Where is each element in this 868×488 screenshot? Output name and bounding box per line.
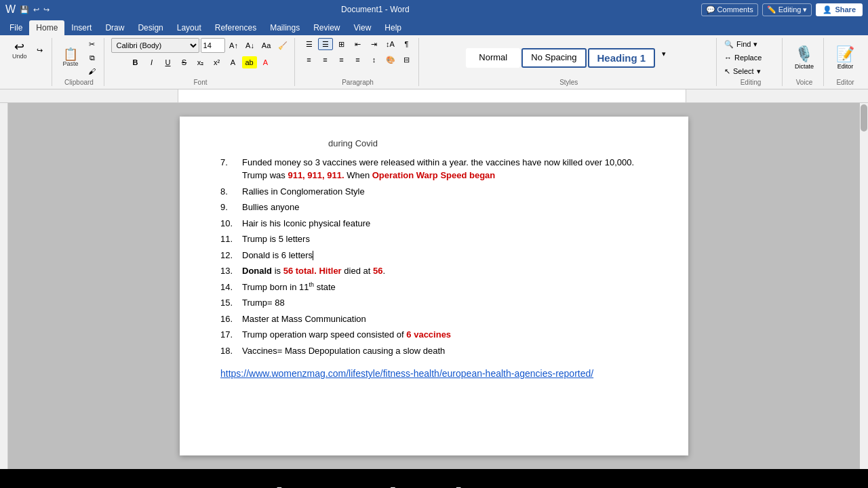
list-item: 16. Master at Mass Communication (220, 312, 648, 326)
font-size-input[interactable] (201, 38, 225, 53)
sort-button[interactable]: ↕A (383, 38, 398, 50)
bullets-button[interactable]: ☰ (302, 38, 317, 50)
microphone-icon: 🎙️ (795, 45, 813, 63)
editor-label: Editor (836, 79, 854, 86)
document-area: during Covid 7. Funded money so 3 vaccin… (0, 103, 868, 469)
tab-file[interactable]: File (3, 20, 29, 35)
tab-view[interactable]: View (347, 20, 378, 35)
ribbon-body: ↩ Undo ↪ 📋 Paste ✂ ⧉ 🖌 Clipboard (0, 35, 868, 89)
multilevel-list-button[interactable]: ⊞ (334, 38, 349, 50)
list-item: 15. Trump= 88 (220, 296, 648, 310)
chevron-down-icon: ▾ (803, 5, 807, 14)
undo-button[interactable]: ↩ Undo (8, 38, 31, 62)
list-item: 10. Hair is his Iconic physical feature (220, 217, 648, 230)
voice-group: 🎙️ Dictate Voice (785, 38, 824, 86)
replace-icon: ↔ (724, 54, 732, 62)
increase-indent-button[interactable]: ⇥ (367, 38, 382, 50)
list-item: 7. Funded money so 3 vaccines were relea… (220, 156, 648, 182)
tab-insert[interactable]: Insert (64, 20, 98, 35)
bottom-bar-text: www.thenumberdamus369.com (174, 481, 694, 489)
quick-access-undo[interactable]: ↩ (33, 5, 39, 14)
styles-group: Normal No Spacing Heading 1 ▾ Styles (422, 38, 717, 86)
style-no-spacing-button[interactable]: No Spacing (521, 48, 586, 68)
replace-button[interactable]: ↔ Replace (724, 52, 778, 64)
voice-label: Voice (796, 79, 812, 86)
document-title: Document1 - Word (55, 5, 695, 14)
underline-button[interactable]: U (161, 56, 176, 68)
scroll-thumb[interactable] (861, 104, 867, 131)
ruler (0, 89, 868, 103)
right-scrollbar[interactable] (860, 103, 868, 469)
styles-label: Styles (559, 79, 578, 86)
editor-button[interactable]: 📝 Editor (831, 43, 860, 72)
format-painter-button[interactable]: 🖌 (85, 65, 100, 77)
tab-review[interactable]: Review (307, 20, 347, 35)
document-scroll[interactable]: during Covid 7. Funded money so 3 vaccin… (8, 103, 860, 469)
list-item: 12. Donald is 6 letters (220, 249, 648, 262)
styles-more-button[interactable]: ▾ (656, 48, 671, 60)
line-spacing-button[interactable]: ↕ (367, 54, 382, 66)
align-right-button[interactable]: ≡ (334, 54, 349, 66)
subscript-button[interactable]: x₂ (193, 56, 208, 68)
highlight-button[interactable]: ab (242, 56, 257, 68)
shading-button[interactable]: 🎨 (383, 54, 398, 66)
style-heading1-button[interactable]: Heading 1 (588, 48, 656, 68)
app-icon: W (5, 3, 16, 16)
copy-button[interactable]: ⧉ (85, 52, 100, 64)
search-icon: 🔍 (724, 40, 734, 49)
share-button[interactable]: 👤 Share (816, 3, 863, 16)
font-group: Calibri (Body) A↑ A↓ Aa 🧹 B I U S x₂ x² … (107, 38, 295, 86)
cut-button[interactable]: ✂ (85, 38, 100, 50)
text-effects-button[interactable]: A (226, 56, 241, 68)
tab-layout[interactable]: Layout (170, 20, 208, 35)
ribbon-tabs: File Home Insert Draw Design Layout Refe… (0, 19, 868, 35)
title-bar: W 💾 ↩ ↪ Document1 - Word 💬 Comments ✏️ E… (0, 0, 868, 19)
justify-button[interactable]: ≡ (351, 54, 366, 66)
paste-button[interactable]: 📋 Paste (59, 45, 83, 70)
bold-button[interactable]: B (128, 56, 143, 68)
style-normal-button[interactable]: Normal (466, 48, 520, 68)
font-name-select[interactable]: Calibri (Body) (111, 38, 199, 53)
undo-icon: ↩ (14, 41, 24, 53)
editing-mode-button[interactable]: ✏️ Editing ▾ (762, 3, 812, 16)
tab-home[interactable]: Home (29, 20, 64, 35)
document-link[interactable]: https://www.womenzmag.com/lifestyle/fitn… (220, 367, 648, 381)
align-left-button[interactable]: ≡ (302, 54, 317, 66)
quick-access-save[interactable]: 💾 (20, 5, 29, 14)
list-item: 13. Donald is 56 total. Hitler died at 5… (220, 264, 648, 278)
decrease-indent-button[interactable]: ⇤ (351, 38, 366, 50)
increase-font-button[interactable]: A↑ (226, 39, 241, 52)
show-marks-button[interactable]: ¶ (399, 38, 414, 50)
document-page[interactable]: during Covid 7. Funded money so 3 vaccin… (180, 117, 688, 455)
clipboard-label: Clipboard (64, 79, 94, 86)
font-case-button[interactable]: Aa (259, 39, 274, 52)
editor-group: 📝 Editor Editor (827, 38, 864, 86)
numbering-button[interactable]: ☰ (318, 38, 333, 50)
strikethrough-button[interactable]: S (177, 56, 192, 68)
superscript-button[interactable]: x² (210, 56, 224, 68)
align-center-button[interactable]: ≡ (318, 54, 333, 66)
font-label: Font (194, 79, 208, 86)
find-button[interactable]: 🔍 Find ▾ (724, 38, 778, 50)
font-color-button[interactable]: A (258, 56, 273, 68)
comments-button[interactable]: 💬 Comments (701, 3, 758, 16)
tab-design[interactable]: Design (131, 20, 170, 35)
editor-icon: 📝 (836, 45, 854, 63)
link-text[interactable]: https://www.womenzmag.com/lifestyle/fitn… (220, 368, 593, 379)
clear-format-button[interactable]: 🧹 (275, 39, 290, 52)
bottom-bar: www.thenumberdamus369.com (0, 469, 868, 488)
paragraph-label: Paragraph (342, 79, 374, 86)
quick-access-redo[interactable]: ↪ (43, 5, 50, 14)
tab-draw[interactable]: Draw (98, 20, 131, 35)
tab-help[interactable]: Help (378, 20, 408, 35)
tab-mailings[interactable]: Mailings (263, 20, 307, 35)
dictate-button[interactable]: 🎙️ Dictate (789, 43, 819, 72)
decrease-font-button[interactable]: A↓ (243, 39, 258, 52)
select-button[interactable]: ↖ Select ▾ (724, 65, 778, 77)
borders-button[interactable]: ⊟ (399, 54, 414, 66)
italic-button[interactable]: I (144, 56, 159, 68)
tab-references[interactable]: References (208, 20, 263, 35)
redo-button[interactable]: ↪ (33, 44, 47, 56)
paragraph-group: ☰ ☰ ⊞ ⇤ ⇥ ↕A ¶ ≡ ≡ ≡ ≡ ↕ 🎨 ⊟ Paragraph (298, 38, 419, 86)
undo-group: ↩ Undo ↪ (4, 38, 52, 86)
